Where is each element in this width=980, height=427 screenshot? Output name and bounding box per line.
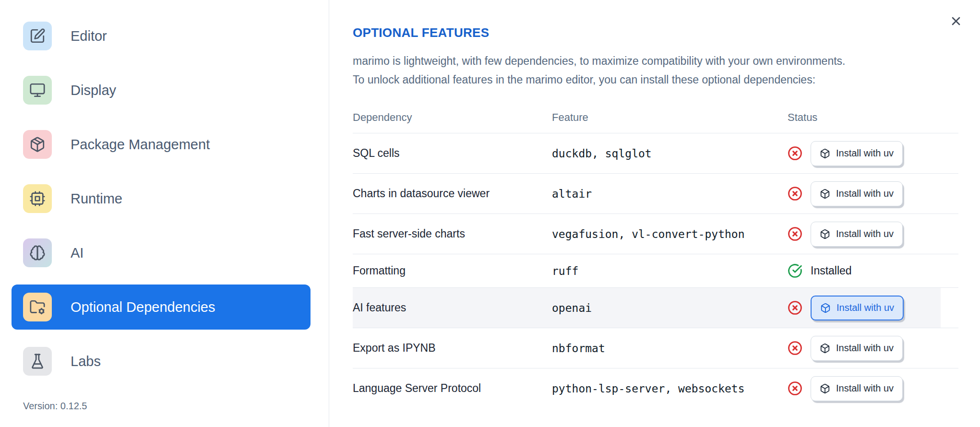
square-pen-icon-badge [23,22,52,50]
box-icon [820,148,830,159]
installed-label: Installed [811,264,852,277]
circle-x-icon [788,146,802,161]
sidebar-item-ai[interactable]: AI [12,230,311,275]
feature-cell: vegafusion, vl-convert-python [552,228,788,240]
sidebar-item-display[interactable]: Display [12,68,311,113]
table-row-sql-cells: SQL cellsduckdb, sqlglotInstall with uv [353,133,958,174]
install-with-uv-button[interactable]: Install with uv [811,376,903,401]
dependencies-table: Dependency Feature Status SQL cellsduckd… [353,102,958,408]
feature-cell: nbformat [552,342,788,355]
package-icon-badge [23,130,52,159]
sidebar-item-label: Labs [71,354,101,369]
feature-cell: ruff [552,265,788,277]
cpu-icon-badge [23,184,52,213]
sidebar-item-label: AI [71,245,84,261]
square-pen-icon [29,28,46,44]
table-row-formatting: FormattingruffInstalled [353,254,958,288]
box-icon [820,383,830,394]
sidebar-nav: EditorDisplayPackage ManagementRuntimeAI… [0,13,329,384]
box-icon [820,189,830,199]
brain-icon [29,245,46,261]
status-cell: Install with uv [788,376,958,401]
status-cell: Install with uv [788,296,958,320]
flask-icon-badge [23,347,52,376]
cpu-icon [29,190,46,207]
table-row-charts-in-datasource-viewer: Charts in datasource vieweraltairInstall… [353,174,958,214]
feature-cell: altair [552,188,788,200]
box-icon [820,229,830,239]
dependency-cell: Export as IPYNB [353,342,552,355]
status-cell-icon [788,186,802,201]
status-cell: Install with uv [788,141,958,166]
circle-x-icon [788,381,802,396]
panel-description: marimo is lightweight, with few dependen… [353,52,846,89]
close-button[interactable] [948,13,964,29]
install-with-uv-button[interactable]: Install with uv [811,141,903,166]
status-cell: Installed [788,263,958,278]
version-label: Version: 0.12.5 [23,401,87,412]
table-row-export-as-ipynb: Export as IPYNBnbformatInstall with uv [353,328,958,368]
install-button-label: Install with uv [836,148,894,159]
dependency-cell: SQL cells [353,147,552,160]
status-cell-icon [788,300,802,315]
monitor-icon [29,82,46,98]
box-icon [820,303,831,313]
table-body: SQL cellsduckdb, sqlglotInstall with uvC… [353,133,958,408]
table-row-fast-server-side-charts: Fast server-side chartsvegafusion, vl-co… [353,214,958,254]
settings-sidebar: EditorDisplayPackage ManagementRuntimeAI… [0,0,329,427]
install-button-label: Install with uv [836,343,894,354]
close-icon [949,14,963,28]
dependency-cell: AI features [353,301,552,314]
install-with-uv-button[interactable]: Install with uv [811,181,903,206]
status-cell-icon [788,263,802,278]
description-line: marimo is lightweight, with few dependen… [353,55,846,67]
install-button-label: Install with uv [836,188,894,199]
box-icon [820,343,830,354]
brain-icon-badge [23,238,52,267]
sidebar-item-label: Editor [71,28,107,44]
circle-x-icon [788,300,802,315]
status-cell: Install with uv [788,181,958,206]
monitor-icon-badge [23,76,52,105]
sidebar-item-optional-dependencies[interactable]: Optional Dependencies [12,285,311,330]
folder-cog-icon [29,299,46,315]
circle-x-icon [788,341,802,356]
status-cell-icon [788,381,802,396]
column-header-status: Status [788,111,958,124]
dependency-cell: Language Server Protocol [353,382,552,395]
install-with-uv-button[interactable]: Install with uv [811,336,903,361]
table-row-language-server-protocol: Language Server Protocolpython-lsp-serve… [353,368,958,408]
dependency-cell: Formatting [353,264,552,277]
status-cell: Install with uv [788,222,958,247]
dependency-cell: Charts in datasource viewer [353,187,552,200]
package-icon [29,136,46,153]
install-button-label: Install with uv [836,383,894,394]
install-button-label: Install with uv [836,228,894,239]
column-header-feature: Feature [552,111,788,124]
status-cell-icon [788,226,802,241]
install-button-label: Install with uv [837,302,894,313]
flask-icon [29,353,46,369]
circle-x-icon [788,186,802,201]
table-row-ai-features: AI featuresopenaiInstall with uv [353,288,958,328]
sidebar-item-package-management[interactable]: Package Management [12,122,311,167]
description-line: To unlock additional features in the mar… [353,73,815,86]
status-cell: Install with uv [788,336,958,361]
sidebar-item-label: Optional Dependencies [71,299,215,315]
feature-cell: duckdb, sqlglot [552,147,788,160]
status-cell-icon [788,146,802,161]
sidebar-item-label: Package Management [71,137,210,153]
feature-cell: openai [552,302,788,314]
sidebar-item-editor[interactable]: Editor [12,13,311,59]
sidebar-item-runtime[interactable]: Runtime [12,176,311,221]
table-header-row: Dependency Feature Status [353,102,958,133]
sidebar-item-labs[interactable]: Labs [12,339,311,384]
folder-cog-icon-badge [23,293,52,321]
dependency-cell: Fast server-side charts [353,227,552,240]
feature-cell: python-lsp-server, websockets [552,382,788,395]
install-with-uv-button[interactable]: Install with uv [811,296,904,320]
circle-x-icon [788,226,802,241]
sidebar-item-label: Runtime [71,191,122,207]
install-with-uv-button[interactable]: Install with uv [811,222,903,247]
optional-features-panel: OPTIONAL FEATURES marimo is lightweight,… [329,0,980,427]
